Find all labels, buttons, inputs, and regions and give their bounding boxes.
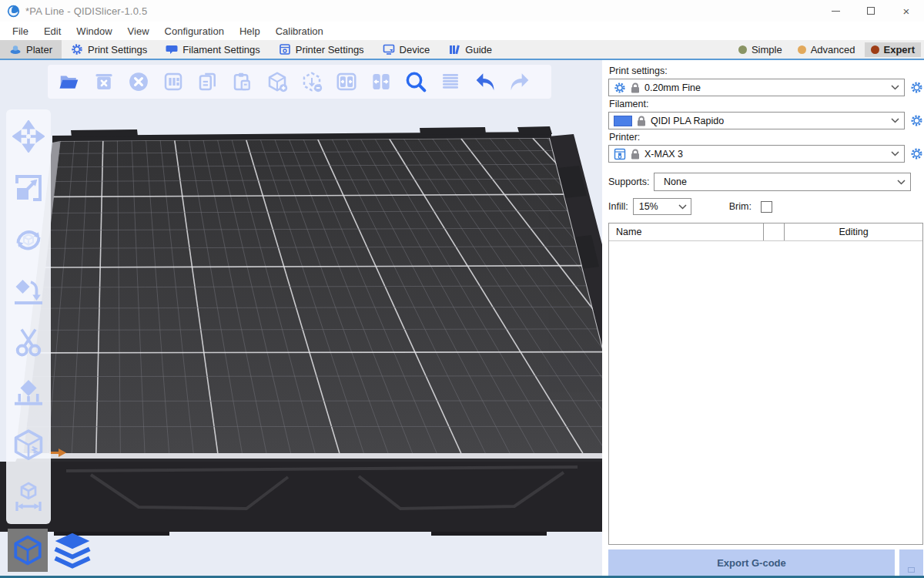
redo-icon (507, 69, 532, 94)
plater-icon (9, 43, 22, 55)
printer-combo[interactable]: X-MAX 3 (608, 145, 905, 163)
print-settings-value: 0.20mm Fine (644, 82, 886, 93)
undo-button[interactable] (470, 67, 500, 96)
tab-device[interactable]: Device (373, 40, 440, 59)
search-button[interactable] (401, 67, 430, 96)
split-to-objects-button[interactable] (332, 67, 361, 96)
move-icon (12, 120, 45, 153)
simple-dot-icon (738, 45, 747, 54)
print-settings-combo[interactable]: 0.20mm Fine (608, 79, 905, 96)
export-row: Export G-code (608, 549, 923, 576)
export-options-button[interactable] (899, 549, 923, 576)
export-gcode-button[interactable]: Export G-code (608, 549, 895, 576)
preview-layers-icon (52, 532, 92, 569)
window-title: *PA Line - QIDISlicer-1.0.5 (25, 5, 147, 17)
infill-value: 15% (639, 201, 678, 212)
filament-value: QIDI PLA Rapido (651, 116, 886, 126)
menu-calibration[interactable]: Calibration (268, 23, 331, 39)
menu-window[interactable]: Window (69, 23, 119, 39)
printer-gear-button[interactable] (909, 147, 923, 161)
top-toolbar (48, 65, 551, 99)
delete-all-icon (127, 70, 150, 93)
printer-settings-icon (279, 43, 291, 55)
print-settings-gear-button[interactable] (909, 81, 923, 95)
viewport-3d[interactable] (0, 60, 602, 578)
object-list: Name Editing (608, 223, 923, 545)
infill-label: Infill: (608, 201, 628, 212)
seam-icon (11, 428, 46, 463)
tab-print-settings[interactable]: Print Settings (62, 40, 156, 59)
app-logo-icon (7, 5, 20, 18)
measure-icon (12, 481, 45, 513)
infill-combo[interactable]: 15% (633, 198, 691, 215)
remove-instance-button[interactable] (297, 67, 326, 96)
column-extruder (764, 223, 785, 240)
menu-view[interactable]: View (120, 23, 157, 39)
filament-combo[interactable]: QIDI PLA Rapido (608, 112, 905, 129)
paste-icon (231, 70, 254, 93)
preview-view-button[interactable] (52, 529, 92, 572)
redo-button[interactable] (505, 67, 534, 96)
lock-icon (631, 82, 640, 93)
tab-plater[interactable]: Plater (0, 40, 62, 59)
add-instance-button[interactable] (263, 67, 292, 96)
chevron-down-icon (678, 204, 687, 210)
print-bed-surface[interactable] (23, 138, 602, 453)
mode-advanced[interactable]: Advanced (792, 42, 862, 57)
editor-view-button[interactable] (8, 529, 48, 572)
arrange-button[interactable] (159, 67, 188, 96)
paste-button[interactable] (228, 67, 257, 96)
advanced-dot-icon (798, 45, 806, 54)
printer-value: X-MAX 3 (644, 149, 886, 160)
measure-button[interactable] (11, 479, 46, 515)
mode-simple[interactable]: Simple (732, 42, 788, 57)
seam-button[interactable] (11, 428, 46, 463)
settings-sidebar: Print settings: 0.20mm Fine (606, 60, 924, 578)
copy-button[interactable] (193, 67, 223, 96)
lock-icon (631, 149, 640, 160)
delete-icon (92, 70, 116, 93)
delete-button[interactable] (89, 67, 119, 96)
object-list-header: Name Editing (609, 223, 922, 241)
close-button[interactable]: × (889, 0, 924, 22)
filament-icon (166, 43, 178, 55)
cut-button[interactable] (11, 324, 46, 360)
scale-icon (12, 172, 45, 204)
place-on-face-button[interactable] (11, 274, 46, 309)
editor-view-cube-icon (11, 533, 45, 567)
object-list-body[interactable] (609, 241, 922, 544)
delete-all-button[interactable] (124, 67, 153, 96)
menu-file[interactable]: File (5, 23, 36, 39)
device-icon (383, 43, 395, 55)
mode-expert[interactable]: Expert (865, 42, 921, 57)
move-button[interactable] (11, 119, 46, 154)
menu-configuration[interactable]: Configuration (157, 23, 232, 39)
tab-filament-settings[interactable]: Filament Settings (156, 40, 269, 59)
paint-supports-icon (12, 378, 45, 410)
cut-icon (12, 326, 45, 358)
menu-help[interactable]: Help (232, 23, 268, 39)
scale-button[interactable] (11, 170, 46, 206)
rotate-icon (12, 223, 45, 256)
open-folder-button[interactable] (55, 67, 84, 96)
paint-supports-button[interactable] (11, 376, 46, 412)
remove-instance-icon (300, 70, 323, 93)
split-to-parts-button[interactable] (367, 67, 396, 96)
add-instance-icon (266, 70, 289, 93)
brim-checkbox[interactable] (761, 201, 772, 213)
view-toggles (8, 529, 92, 572)
tab-printer-settings[interactable]: Printer Settings (270, 40, 373, 59)
tab-guide[interactable]: Guide (439, 40, 501, 59)
filament-gear-button[interactable] (909, 114, 923, 128)
titlebar: *PA Line - QIDISlicer-1.0.5 × (0, 0, 924, 22)
maximize-button[interactable] (853, 0, 889, 22)
preset-gear-icon (614, 82, 626, 94)
tabbar: Plater Print Settings Filament Settings … (0, 40, 924, 60)
supports-label: Supports: (608, 176, 654, 187)
menu-edit[interactable]: Edit (36, 23, 69, 39)
filament-color-swatch (614, 116, 632, 126)
rotate-button[interactable] (11, 222, 46, 257)
minimize-button[interactable] (818, 0, 853, 22)
variable-layer-height-button[interactable] (436, 67, 465, 96)
supports-combo[interactable]: None (654, 173, 911, 191)
